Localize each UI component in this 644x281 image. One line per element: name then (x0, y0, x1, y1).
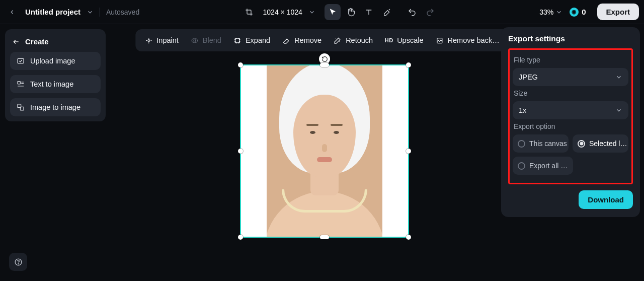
divider (100, 8, 100, 17)
retouch-action[interactable]: Retouch (329, 32, 378, 48)
credits-icon: ◉ (570, 8, 579, 17)
export-option-export-all[interactable]: Export all … (513, 157, 573, 175)
upload-image-label: Upload image (30, 57, 75, 65)
tool-cluster (325, 4, 438, 20)
blend-action[interactable]: Blend (186, 32, 226, 48)
project-title[interactable]: Untitled project (23, 8, 83, 16)
blend-icon (191, 37, 199, 44)
zoom-value: 33% (539, 8, 553, 16)
export-option-label: Export option (514, 122, 628, 130)
resize-handle-ml[interactable] (238, 149, 243, 154)
size-value: 1x (519, 106, 526, 114)
eraser-icon (282, 37, 290, 44)
text-to-image-icon (16, 80, 25, 88)
export-option-selected-label: Selected l… (589, 139, 627, 148)
resize-handle-bl[interactable] (238, 235, 243, 240)
remove-action[interactable]: Remove (277, 32, 327, 48)
download-button[interactable]: Download (579, 190, 633, 209)
export-option-selected[interactable]: Selected l… (573, 134, 628, 153)
file-type-dropdown[interactable]: JPEG (513, 68, 628, 86)
dimensions-chevron-icon[interactable] (308, 9, 315, 16)
credits-value: 0 (582, 8, 586, 16)
radio-icon (578, 140, 585, 148)
resize-handle-mr[interactable] (406, 149, 411, 154)
file-type-value: JPEG (519, 73, 538, 81)
create-panel: Create Upload image Text to image Image … (5, 29, 106, 121)
inpaint-label: Inpaint (156, 36, 179, 44)
zoom-chevron-icon (555, 9, 562, 16)
back-arrow-icon (12, 38, 20, 45)
canvas-dimensions-group: 1024 × 1024 (241, 4, 315, 20)
remove-bg-icon (436, 37, 444, 44)
upload-icon (16, 57, 25, 65)
export-options-highlight: File type JPEG Size 1x Export option Thi… (508, 48, 633, 184)
svg-rect-2 (18, 82, 20, 84)
size-label: Size (514, 89, 628, 97)
export-button[interactable]: Export (597, 4, 639, 20)
image-to-image-icon (16, 103, 25, 111)
credits-display[interactable]: ◉ 0 (567, 8, 589, 17)
text-tool[interactable] (361, 4, 377, 20)
svg-rect-1 (18, 58, 24, 63)
zoom-control[interactable]: 33% (539, 8, 562, 16)
file-type-label: File type (514, 56, 628, 64)
remove-bg-label: Remove back… (448, 36, 500, 44)
resize-handle-br[interactable] (406, 235, 411, 240)
back-button[interactable] (5, 5, 19, 19)
top-bar: Untitled project Autosaved 1024 × 1024 (0, 0, 644, 24)
create-header[interactable]: Create (10, 34, 101, 52)
remove-background-action[interactable]: Remove back… (431, 32, 505, 48)
image-to-image-button[interactable]: Image to image (10, 98, 101, 116)
redo-button[interactable] (422, 4, 438, 20)
hd-icon: HD (385, 37, 393, 43)
action-toolbar: Inpaint Blend Expand Remove Retouch HD U… (135, 29, 508, 51)
help-button[interactable] (9, 253, 27, 271)
image-to-image-label: Image to image (30, 103, 80, 111)
export-settings-title: Export settings (508, 34, 633, 43)
resize-handle-mt[interactable] (320, 63, 329, 67)
expand-icon (233, 37, 242, 44)
size-dropdown[interactable]: 1x (513, 101, 628, 119)
svg-point-11 (18, 263, 18, 264)
svg-point-5 (147, 39, 149, 41)
pointer-tool[interactable] (325, 4, 341, 20)
canvas-selection[interactable] (240, 64, 409, 238)
upscale-action[interactable]: HD Upscale (380, 32, 428, 48)
expand-action[interactable]: Expand (228, 32, 275, 48)
brush-tool[interactable] (379, 4, 395, 20)
export-settings-panel: Export settings File type JPEG Size 1x E… (501, 27, 640, 217)
text-to-image-label: Text to image (30, 80, 73, 88)
resize-handle-mb[interactable] (320, 235, 329, 239)
project-title-chevron-icon[interactable] (87, 9, 94, 16)
wand-icon (334, 37, 342, 44)
hand-tool[interactable] (343, 4, 359, 20)
blend-label: Blend (203, 36, 221, 44)
text-to-image-button[interactable]: Text to image (10, 75, 101, 93)
inpaint-icon (144, 37, 152, 44)
resize-handle-tl[interactable] (238, 62, 243, 67)
canvas-dimensions[interactable]: 1024 × 1024 (261, 8, 304, 16)
inpaint-action[interactable]: Inpaint (139, 32, 184, 48)
export-option-this-canvas[interactable]: This canvas (513, 134, 569, 153)
undo-button[interactable] (404, 4, 420, 20)
autosaved-label: Autosaved (106, 8, 139, 16)
upscale-label: Upscale (397, 36, 423, 44)
export-option-this-canvas-label: This canvas (529, 139, 567, 148)
export-option-export-all-label: Export all … (529, 162, 568, 170)
upload-image-button[interactable]: Upload image (10, 52, 101, 70)
canvas-image (267, 65, 382, 237)
svg-rect-8 (235, 38, 240, 43)
radio-icon (518, 162, 525, 170)
retouch-label: Retouch (346, 36, 373, 44)
expand-label: Expand (246, 36, 270, 44)
chevron-down-icon (615, 107, 622, 114)
create-label: Create (25, 37, 49, 46)
radio-icon (518, 140, 525, 148)
remove-label: Remove (294, 36, 321, 44)
resize-handle-tr[interactable] (406, 62, 411, 67)
crop-icon[interactable] (241, 4, 257, 20)
chevron-down-icon (615, 74, 622, 81)
